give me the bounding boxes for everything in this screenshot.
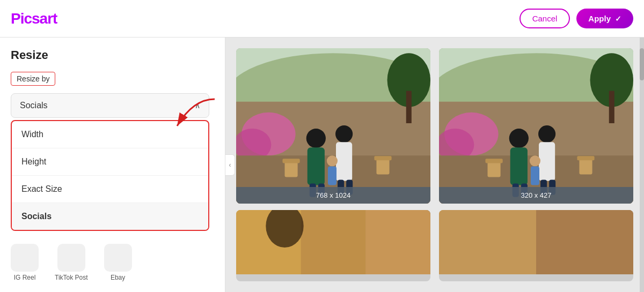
sidebar-title: Resize bbox=[11, 48, 214, 62]
svg-rect-36 bbox=[539, 142, 555, 181]
dropdown-item-height[interactable]: Height bbox=[12, 148, 208, 176]
ebay-thumb bbox=[104, 244, 132, 272]
dropdown-selector[interactable]: Socials ∧ bbox=[11, 93, 209, 118]
svg-rect-13 bbox=[336, 142, 352, 181]
ebay-label: Ebay bbox=[111, 274, 125, 281]
dropdown-item-width[interactable]: Width bbox=[12, 121, 208, 148]
ig-reel-label: IG Reel bbox=[14, 274, 36, 281]
apply-button[interactable]: Apply ✓ bbox=[576, 9, 633, 28]
image-row-top: 768 x 1024 bbox=[236, 48, 633, 204]
svg-rect-17 bbox=[328, 166, 336, 185]
svg-point-12 bbox=[335, 125, 353, 143]
image-card-1: 768 x 1024 bbox=[236, 48, 430, 204]
main-layout: Resize Resize by Socials ∧ Width Height … bbox=[0, 38, 644, 292]
svg-rect-44 bbox=[577, 156, 594, 160]
svg-point-31 bbox=[509, 129, 529, 148]
svg-point-16 bbox=[327, 155, 338, 166]
collapse-icon: ‹ bbox=[229, 161, 231, 169]
resize-by-label: Resize by bbox=[11, 72, 55, 86]
collapse-button[interactable]: ‹ bbox=[225, 154, 235, 176]
scrollbar-thumb[interactable] bbox=[640, 48, 644, 80]
checkmark-icon: ✓ bbox=[615, 14, 621, 23]
svg-rect-23 bbox=[406, 91, 412, 123]
header: Picsart Cancel Apply ✓ bbox=[0, 0, 644, 38]
image-1 bbox=[236, 48, 430, 204]
icon-ig-reel[interactable]: IG Reel bbox=[11, 244, 39, 281]
logo: Picsart bbox=[11, 10, 57, 27]
svg-rect-54 bbox=[439, 210, 536, 274]
image-4 bbox=[439, 210, 633, 274]
svg-rect-46 bbox=[609, 91, 614, 123]
ig-reel-thumb bbox=[11, 244, 39, 272]
header-actions: Cancel Apply ✓ bbox=[519, 9, 633, 28]
dropdown-selected-value: Socials bbox=[20, 101, 48, 110]
svg-rect-51 bbox=[365, 210, 430, 274]
cancel-button[interactable]: Cancel bbox=[519, 9, 570, 28]
svg-rect-19 bbox=[282, 159, 299, 163]
dropdown-item-exact-size[interactable]: Exact Size bbox=[12, 176, 208, 203]
svg-rect-18 bbox=[285, 161, 298, 177]
svg-rect-55 bbox=[536, 210, 633, 274]
svg-rect-32 bbox=[510, 147, 528, 185]
svg-point-35 bbox=[538, 125, 555, 143]
image-card-2: 320 x 427 bbox=[439, 48, 633, 204]
svg-rect-42 bbox=[485, 159, 502, 163]
svg-point-39 bbox=[530, 155, 540, 166]
svg-rect-43 bbox=[579, 158, 592, 174]
apply-label: Apply bbox=[588, 14, 611, 23]
svg-rect-21 bbox=[374, 156, 391, 160]
dropdown-item-socials[interactable]: Socials bbox=[12, 203, 208, 230]
svg-rect-50 bbox=[301, 210, 366, 274]
svg-rect-20 bbox=[376, 158, 389, 174]
sidebar: Resize Resize by Socials ∧ Width Height … bbox=[0, 38, 225, 292]
svg-rect-40 bbox=[531, 166, 539, 185]
svg-rect-9 bbox=[308, 147, 325, 185]
icon-tiktok-post[interactable]: TikTok Post bbox=[55, 244, 88, 281]
bottom-icon-row: IG Reel TikTok Post Ebay bbox=[11, 244, 132, 281]
chevron-up-icon: ∧ bbox=[195, 101, 200, 110]
image-2-label: 320 x 427 bbox=[439, 187, 633, 204]
svg-point-8 bbox=[306, 129, 326, 148]
image-card-3 bbox=[236, 210, 430, 281]
svg-rect-41 bbox=[488, 161, 501, 177]
image-3 bbox=[236, 210, 430, 274]
image-1-label: 768 x 1024 bbox=[236, 187, 430, 204]
image-card-4 bbox=[439, 210, 633, 281]
icon-ebay[interactable]: Ebay bbox=[104, 244, 132, 281]
tiktok-post-thumb bbox=[57, 244, 85, 272]
image-row-bottom bbox=[236, 210, 633, 281]
scrollbar[interactable] bbox=[640, 38, 644, 292]
image-2 bbox=[439, 48, 633, 204]
tiktok-post-label: TikTok Post bbox=[55, 274, 88, 281]
content-area: ‹ bbox=[225, 38, 644, 292]
dropdown-menu: Width Height Exact Size Socials bbox=[11, 120, 209, 231]
